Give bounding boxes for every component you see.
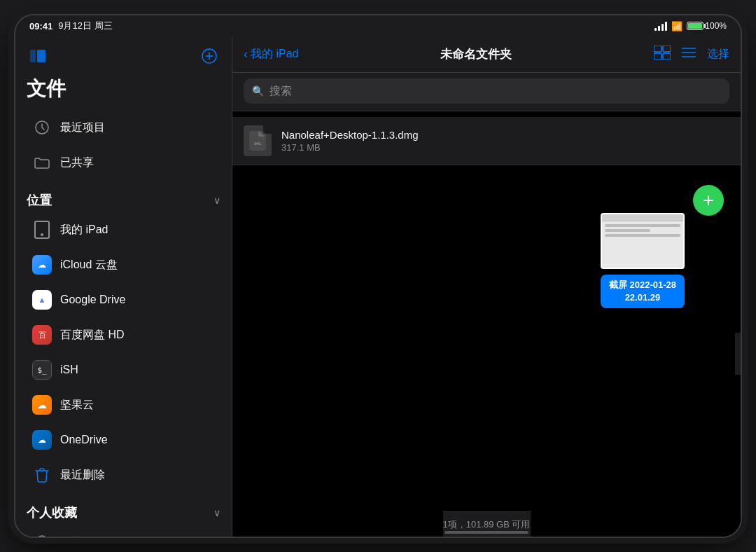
- screenshot-item[interactable]: 截屏 2022-01-2822.01.29: [601, 213, 685, 308]
- sidebar-item-google-drive-label: Google Drive: [60, 294, 125, 306]
- sidebar-item-recent-label: 最近项目: [60, 120, 105, 135]
- wifi-icon: 📶: [671, 21, 682, 32]
- svg-text:DMG: DMG: [254, 142, 260, 146]
- sidebar-item-my-ipad[interactable]: 我的 iPad: [21, 213, 226, 247]
- add-button[interactable]: +: [693, 185, 724, 216]
- sidebar-item-trash[interactable]: 最近删除: [21, 458, 226, 492]
- search-input[interactable]: 🔍 搜索: [244, 78, 729, 104]
- search-icon: 🔍: [252, 85, 264, 97]
- bottom-status-bar: 1项，101.89 GB 可用: [443, 511, 531, 537]
- storage-status: 1项，101.89 GB 可用: [443, 518, 531, 531]
- back-chevron-icon: ‹: [244, 47, 248, 62]
- svg-point-6: [36, 536, 48, 537]
- svg-rect-8: [663, 46, 671, 52]
- sidebar-toggle-button[interactable]: [27, 45, 49, 67]
- search-bar: 🔍 搜索: [232, 73, 741, 111]
- status-bar: 09:41 9月12日 周三 📶 100%: [15, 15, 741, 36]
- google-drive-icon: ▲: [32, 290, 52, 310]
- screenshot-label: 截屏 2022-01-2822.01.29: [601, 275, 685, 308]
- sidebar-item-my-ipad-label: 我的 iPad: [60, 223, 108, 237]
- sidebar-item-baidu-label: 百度网盘 HD: [60, 328, 125, 343]
- ish-icon: $_: [32, 360, 52, 380]
- sidebar-item-baidu[interactable]: 百 百度网盘 HD: [21, 318, 226, 352]
- table-row[interactable]: DMG Nanoleaf+Desktop-1.1.3.dmg 317.1 MB: [232, 117, 741, 165]
- folder-view-button[interactable]: [654, 46, 671, 63]
- onedrive-icon: ☁: [32, 430, 52, 450]
- sidebar-item-downloads-label: 下载: [60, 535, 83, 537]
- drag-handle[interactable]: [735, 333, 741, 375]
- sidebar-item-onedrive-label: OneDrive: [60, 434, 108, 446]
- status-date: 9月12日 周三: [58, 20, 112, 32]
- favorites-chevron-icon: ∨: [214, 507, 220, 518]
- section-favorites-title: 个人收藏: [27, 504, 77, 521]
- battery-indicator: 100%: [687, 21, 727, 31]
- select-button-label: 选择: [707, 48, 729, 60]
- dark-area: 截屏 2022-01-2822.01.29 + 1项，101.89 GB 可用: [232, 171, 741, 537]
- sidebar-item-jianguoyun[interactable]: ☁ 坚果云: [21, 388, 226, 422]
- svg-rect-0: [30, 50, 36, 62]
- sidebar-item-recent[interactable]: 最近项目: [21, 111, 226, 144]
- sidebar-item-icloud-label: iCloud 云盘: [60, 258, 118, 272]
- file-toolbar: ‹ 我的 iPad 未命名文件夹: [232, 36, 741, 73]
- file-info: Nanoleaf+Desktop-1.1.3.dmg 317.1 MB: [281, 129, 729, 153]
- list-view-button[interactable]: [682, 46, 696, 62]
- sidebar-item-ish-label: iSH: [60, 364, 78, 376]
- svg-rect-14: [249, 131, 266, 151]
- signal-icon: [654, 21, 667, 31]
- sidebar-header: [15, 36, 232, 73]
- file-size: 317.1 MB: [281, 142, 729, 153]
- home-indicator: [444, 531, 528, 534]
- sidebar-item-shared-top-label: 已共享: [60, 156, 94, 170]
- baidu-icon: 百: [32, 325, 52, 345]
- screenshot-preview-thumb: [601, 213, 685, 269]
- search-placeholder: 搜索: [270, 84, 292, 99]
- file-list: DMG Nanoleaf+Desktop-1.1.3.dmg 317.1 MB: [232, 111, 741, 171]
- status-right: 📶 100%: [654, 21, 727, 32]
- ipad-icon: [32, 220, 52, 240]
- select-button[interactable]: 选择: [707, 47, 729, 62]
- sidebar-title: 文件: [15, 73, 232, 111]
- section-locations-title: 位置: [27, 192, 52, 209]
- status-time: 09:41: [29, 21, 52, 32]
- back-button[interactable]: ‹ 我的 iPad: [244, 47, 298, 62]
- svg-rect-1: [37, 50, 46, 62]
- sidebar-item-jianguoyun-label: 坚果云: [60, 398, 94, 413]
- back-button-label: 我的 iPad: [251, 47, 298, 62]
- svg-rect-10: [663, 53, 671, 60]
- sidebar-item-trash-label: 最近删除: [60, 468, 105, 483]
- locations-chevron-icon: ∨: [214, 195, 220, 206]
- downloads-clock-icon: [32, 532, 52, 537]
- battery-percent: 100%: [705, 21, 727, 31]
- file-area: ‹ 我的 iPad 未命名文件夹: [232, 36, 741, 537]
- sidebar-item-ish[interactable]: $_ iSH: [21, 353, 226, 387]
- new-folder-button[interactable]: [198, 45, 220, 67]
- sidebar-item-shared-top[interactable]: 已共享: [21, 146, 226, 179]
- jianguoyun-icon: ☁: [32, 395, 52, 415]
- toolbar-actions: 选择: [654, 46, 729, 63]
- icloud-icon: ☁: [32, 255, 52, 275]
- shared-folder-icon: [32, 153, 52, 172]
- sidebar-item-downloads[interactable]: 下载: [21, 525, 226, 537]
- section-locations-header[interactable]: 位置 ∨: [15, 181, 232, 213]
- section-favorites-header[interactable]: 个人收藏 ∨: [15, 493, 232, 525]
- sidebar: 文件 最近项目 已共享: [15, 36, 232, 537]
- trash-icon: [32, 465, 52, 485]
- sidebar-item-onedrive[interactable]: ☁ OneDrive: [21, 423, 226, 457]
- folder-title: 未命名文件夹: [298, 46, 654, 62]
- sidebar-item-icloud[interactable]: ☁ iCloud 云盘: [21, 248, 226, 282]
- file-name: Nanoleaf+Desktop-1.1.3.dmg: [281, 129, 729, 141]
- main-content: 文件 最近项目 已共享: [15, 36, 741, 537]
- svg-rect-9: [654, 53, 662, 60]
- clock-icon: [32, 118, 52, 137]
- file-icon: DMG: [244, 125, 272, 156]
- svg-rect-7: [654, 46, 662, 52]
- sidebar-item-google-drive[interactable]: ▲ Google Drive: [21, 283, 226, 317]
- ipad-frame: 09:41 9月12日 周三 📶 100%: [14, 14, 742, 538]
- plus-icon: +: [703, 189, 714, 212]
